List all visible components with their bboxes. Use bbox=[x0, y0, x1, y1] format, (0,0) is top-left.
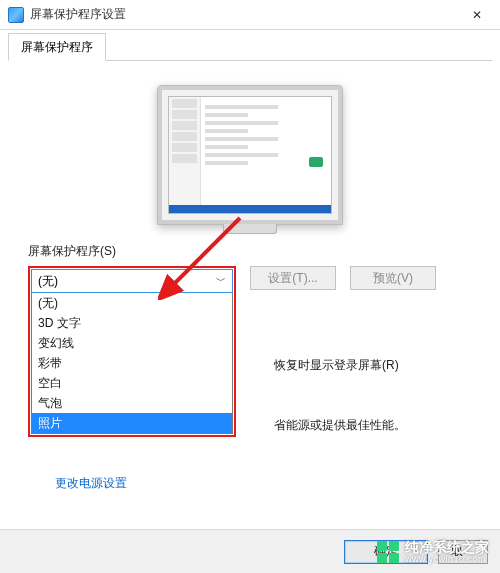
watermark-brand: 纯净系统之家 bbox=[405, 539, 489, 555]
dropdown-option[interactable]: (无) bbox=[32, 293, 232, 313]
settings-button[interactable]: 设置(T)... bbox=[250, 266, 336, 290]
tab-screensaver[interactable]: 屏幕保护程序 bbox=[8, 33, 106, 61]
watermark-url: www.ycwin10.com bbox=[405, 555, 489, 564]
preview-button[interactable]: 预览(V) bbox=[350, 266, 436, 290]
dropdown-option[interactable]: 空白 bbox=[32, 373, 232, 393]
controls-row: (无) ﹀ (无) 3D 文字 变幻线 彩带 空白 气泡 照片 设置(T)...… bbox=[28, 266, 472, 437]
section-label-screensaver: 屏幕保护程序(S) bbox=[28, 243, 472, 260]
dropdown-option[interactable]: 照片 bbox=[32, 413, 232, 433]
window-title: 屏幕保护程序设置 bbox=[30, 6, 454, 23]
screensaver-combo-highlight: (无) ﹀ (无) 3D 文字 变幻线 彩带 空白 气泡 照片 bbox=[28, 266, 236, 437]
settings-button-label: 设置(T)... bbox=[268, 270, 317, 287]
change-power-settings-link[interactable]: 更改电源设置 bbox=[55, 475, 127, 492]
titlebar: 屏幕保护程序设置 ✕ bbox=[0, 0, 500, 30]
screensaver-combo[interactable]: (无) ﹀ bbox=[31, 269, 233, 293]
content-area: 屏幕保护程序(S) (无) ﹀ (无) 3D 文字 变幻线 彩带 空白 气泡 照… bbox=[0, 61, 500, 437]
dropdown-option[interactable]: 气泡 bbox=[32, 393, 232, 413]
close-icon: ✕ bbox=[472, 8, 482, 22]
dropdown-option[interactable]: 彩带 bbox=[32, 353, 232, 373]
power-description-partial: 省能源或提供最佳性能。 bbox=[274, 417, 406, 434]
app-icon bbox=[8, 7, 24, 23]
monitor-screen bbox=[168, 96, 332, 214]
screensaver-dropdown: (无) 3D 文字 变幻线 彩带 空白 气泡 照片 bbox=[31, 293, 233, 434]
chevron-down-icon: ﹀ bbox=[216, 274, 226, 288]
watermark-text: 纯净系统之家 www.ycwin10.com bbox=[405, 540, 489, 564]
combo-selected-text: (无) bbox=[38, 273, 58, 290]
monitor-preview bbox=[28, 85, 472, 225]
watermark-logo-icon bbox=[377, 541, 399, 563]
preview-button-label: 预览(V) bbox=[373, 270, 413, 287]
monitor-frame bbox=[157, 85, 343, 225]
tab-label: 屏幕保护程序 bbox=[21, 40, 93, 54]
tab-strip: 屏幕保护程序 bbox=[0, 30, 500, 61]
resume-checkbox-label-partial: 恢复时显示登录屏幕(R) bbox=[274, 357, 399, 374]
dropdown-option[interactable]: 3D 文字 bbox=[32, 313, 232, 333]
dropdown-option[interactable]: 变幻线 bbox=[32, 333, 232, 353]
close-button[interactable]: ✕ bbox=[454, 0, 500, 30]
watermark: 纯净系统之家 www.ycwin10.com bbox=[372, 537, 494, 567]
